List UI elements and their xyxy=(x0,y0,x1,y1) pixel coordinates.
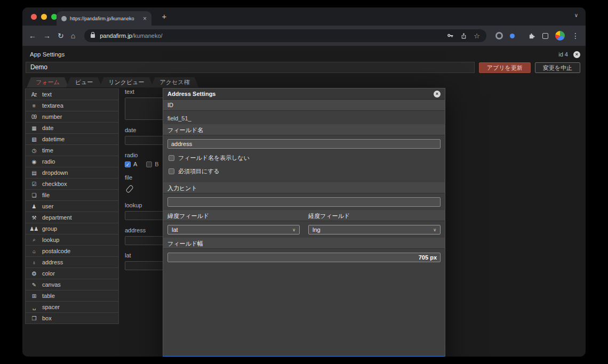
address-bar[interactable]: pandafirm.jp /kumaneko/ ☆ xyxy=(84,29,486,42)
checkbox-label: フィールド名を表示しない xyxy=(178,154,250,162)
palette-item[interactable]: ␣ spacer xyxy=(26,302,118,313)
palette-item[interactable]: ✎ canvas xyxy=(26,279,118,290)
id-value: field_51_ xyxy=(163,111,445,124)
palette-item[interactable]: 09 number xyxy=(26,111,118,123)
palette-item[interactable]: ▦ date xyxy=(26,123,118,134)
palette-item-label: table xyxy=(42,293,55,299)
map-pin-icon: ♁ xyxy=(29,260,39,265)
extension-gear-icon[interactable] xyxy=(495,32,503,39)
app-settings-close-icon[interactable]: × xyxy=(573,51,580,58)
app-settings-page: App Settings id 4 × Demo アプリを更新 変更を中止 フォ… xyxy=(22,46,586,357)
reload-icon[interactable]: ↻ xyxy=(58,32,64,39)
tab-label: アクセス権 xyxy=(160,79,190,85)
user-icon: ♟ xyxy=(29,204,39,209)
palette-item[interactable]: ⊞ table xyxy=(26,290,118,302)
abort-changes-button[interactable]: 変更を中止 xyxy=(535,62,580,73)
lat-field-select[interactable]: lat ∨ xyxy=(167,225,300,234)
dialog-close-icon[interactable]: × xyxy=(434,91,441,98)
tab-search-chevron-icon[interactable]: ∨ xyxy=(574,12,578,18)
tab-view[interactable]: ビュー xyxy=(66,77,102,87)
clock-icon: ◷ xyxy=(29,148,39,153)
address-settings-dialog: Address Settings × ID field_51_ フィールド名 a… xyxy=(163,88,445,357)
paperclip-icon[interactable] xyxy=(125,184,134,193)
palette-item[interactable]: ☑ checkbox xyxy=(26,179,118,190)
browser-toolbar: ← → ↻ ⌂ pandafirm.jp /kumaneko/ ☆ ⋮ xyxy=(22,26,586,46)
palette-item[interactable]: ⌕ lookup xyxy=(26,234,118,246)
bookmark-star-icon[interactable]: ☆ xyxy=(474,32,480,40)
extensions-puzzle-icon[interactable] xyxy=(528,32,535,39)
select-value: lng xyxy=(313,227,321,233)
field-name-label: フィールド名 xyxy=(163,124,445,135)
update-app-button[interactable]: アプリを更新 xyxy=(479,62,531,73)
palette-item[interactable]: ♟ user xyxy=(26,201,118,212)
tab-close-icon[interactable]: × xyxy=(143,15,147,22)
palette-item[interactable]: ⚒ department xyxy=(26,212,118,223)
menu-dots-icon[interactable]: ⋮ xyxy=(572,31,579,40)
url-path: /kumaneko/ xyxy=(132,33,163,39)
forward-icon[interactable]: → xyxy=(43,32,51,39)
palette-item-label: color xyxy=(42,270,55,277)
page-title: App Settings xyxy=(30,51,558,58)
radio-option[interactable]: ✓ A xyxy=(125,161,137,167)
palette-item-label: text xyxy=(42,91,52,98)
page-header: App Settings id 4 × xyxy=(22,46,586,60)
avatar-icon[interactable] xyxy=(555,31,565,41)
palette-item[interactable]: ♁ address xyxy=(26,257,118,268)
palette-item[interactable]: ⌂ postalcode xyxy=(26,246,118,257)
window-controls xyxy=(31,14,57,20)
option-label: A xyxy=(133,161,137,167)
palette-item[interactable]: ❏ file xyxy=(26,190,118,201)
palette-item[interactable]: Az text xyxy=(26,89,118,100)
palette-item-label: department xyxy=(42,214,72,221)
back-icon[interactable]: ← xyxy=(29,32,36,39)
app-name-input[interactable]: Demo xyxy=(26,62,475,73)
minimize-window-button[interactable] xyxy=(41,14,47,20)
hide-field-name-option[interactable]: フィールド名を表示しない xyxy=(169,154,439,162)
palette-item[interactable]: ◷ time xyxy=(26,145,118,156)
hint-input[interactable] xyxy=(167,197,441,207)
checkbox-checked-icon[interactable]: ✓ xyxy=(125,161,131,167)
browser-tab[interactable]: https://pandafirm.jp/kumaneko × xyxy=(57,11,151,26)
chevron-down-icon: ∨ xyxy=(433,228,436,232)
home-icon[interactable]: ⌂ xyxy=(71,32,75,39)
tab-form[interactable]: フォーム xyxy=(27,77,69,87)
palette-item[interactable]: ▧ datetime xyxy=(26,134,118,145)
palette-item[interactable]: ❐ box xyxy=(26,313,118,324)
checkbox-label: 必須項目にする xyxy=(178,167,220,175)
dialog-title: Address Settings xyxy=(167,91,434,97)
tab-linkview[interactable]: リンクビュー xyxy=(99,77,153,87)
group-icon: ♟♟ xyxy=(29,226,39,232)
paperclip-icon: ❏ xyxy=(29,192,39,198)
chevron-down-icon: ∨ xyxy=(292,228,295,232)
new-tab-button[interactable]: + xyxy=(159,12,170,21)
tab-access[interactable]: アクセス権 xyxy=(151,77,199,87)
lng-field-select[interactable]: lng ∨ xyxy=(308,225,441,234)
share-icon[interactable] xyxy=(460,33,467,39)
color-wheel-icon: ❂ xyxy=(29,271,39,277)
browser-window: https://pandafirm.jp/kumaneko × + ∨ ← → … xyxy=(22,7,586,357)
view-tabs: フォーム ビュー リンクビュー アクセス権 xyxy=(27,77,586,87)
palette-item[interactable]: ≡ textarea xyxy=(26,100,118,111)
required-option[interactable]: 必須項目にする xyxy=(169,167,439,175)
checkbox-unchecked-icon[interactable] xyxy=(169,168,174,174)
palette-item[interactable]: ▤ dropdown xyxy=(26,167,118,179)
tools-icon: ⚒ xyxy=(29,215,39,221)
checkbox-unchecked-icon[interactable]: ✓ xyxy=(146,161,152,167)
radio-option[interactable]: ✓ B xyxy=(146,161,158,167)
calendar-clock-icon: ▧ xyxy=(29,136,39,142)
extension-dot-icon[interactable] xyxy=(510,34,515,38)
palette-item[interactable]: ♟♟ group xyxy=(26,223,118,234)
palette-item-label: dropdown xyxy=(42,169,68,176)
text-icon: Az xyxy=(29,92,39,98)
tab-square-icon[interactable] xyxy=(542,33,548,39)
palette-item[interactable]: ◉ radio xyxy=(26,156,118,167)
field-width-input[interactable]: 705 px xyxy=(167,253,441,262)
app-id-badge: id 4 xyxy=(558,51,568,58)
key-icon[interactable] xyxy=(447,33,454,39)
checkbox-unchecked-icon[interactable] xyxy=(169,155,174,161)
tab-title: https://pandafirm.jp/kumaneko xyxy=(70,16,140,21)
box-icon: ❐ xyxy=(29,316,39,321)
close-window-button[interactable] xyxy=(31,14,37,20)
field-name-input[interactable]: address xyxy=(167,139,441,149)
palette-item[interactable]: ❂ color xyxy=(26,268,118,279)
